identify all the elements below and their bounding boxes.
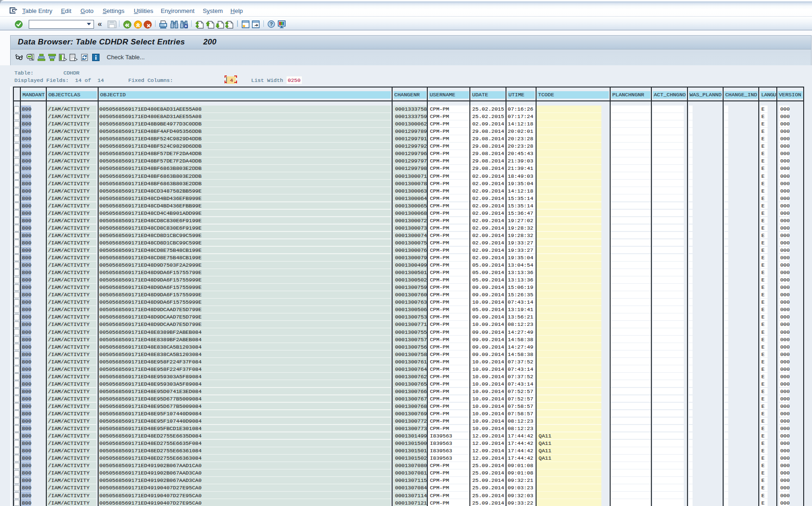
svg-text:?: ?: [270, 21, 273, 27]
